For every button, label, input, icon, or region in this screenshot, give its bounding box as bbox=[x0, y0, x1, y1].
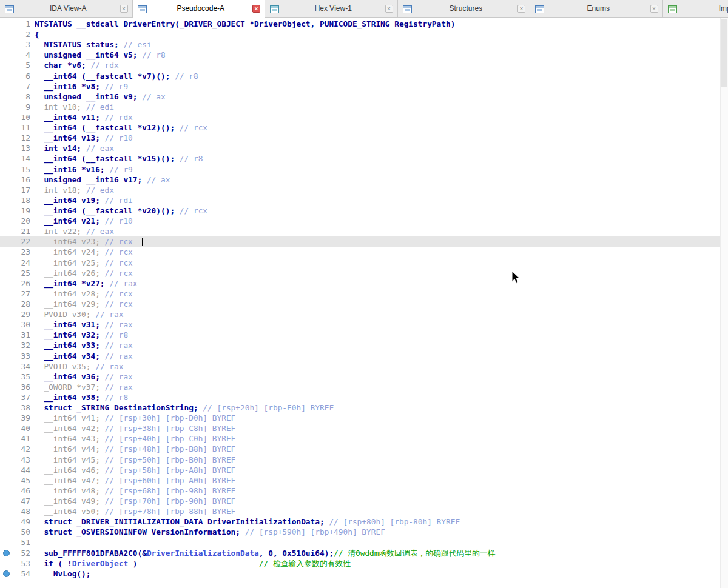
tab-ida-view-a[interactable]: IDA View-A × bbox=[0, 0, 133, 18]
code-line[interactable]: 15 __int16 *v16; // r9 bbox=[0, 164, 720, 175]
code-text: __int64 v46; // [rsp+58h] [rbp-A8h] BYRE… bbox=[30, 465, 235, 475]
line-number: 45 bbox=[12, 475, 30, 486]
code-line[interactable]: 3 NTSTATUS status; // esi bbox=[0, 39, 720, 50]
code-line[interactable]: 17 int v18; // edx bbox=[0, 185, 720, 195]
tab-label: Pseudocode-A bbox=[149, 4, 253, 13]
code-line[interactable]: 16 unsigned __int16 v17; // ax bbox=[0, 175, 720, 185]
tab-pseudocode-a[interactable]: Pseudocode-A × bbox=[133, 0, 266, 18]
code-line[interactable]: 18 __int64 v19; // rdi bbox=[0, 195, 720, 205]
code-line[interactable]: 25 __int64 v26; // rcx bbox=[0, 268, 720, 278]
code-segment: __int64 v49; bbox=[35, 496, 105, 506]
scrollbar-thumb[interactable] bbox=[721, 19, 727, 87]
code-line[interactable]: 38 struct _STRING DestinationString; // … bbox=[0, 403, 720, 413]
code-line[interactable]: 41 __int64 v43; // [rsp+40h] [rbp-C0h] B… bbox=[0, 433, 720, 444]
code-line[interactable]: 35 __int64 v36; // rax bbox=[0, 372, 720, 382]
code-segment: // [rsp+68h] [rbp-98h] BYREF bbox=[105, 486, 236, 495]
gutter-marker bbox=[0, 299, 12, 309]
code-text: __int64 v43; // [rsp+40h] [rbp-C0h] BYRE… bbox=[30, 433, 235, 444]
code-line[interactable]: 5 char *v6; // rdx bbox=[0, 60, 720, 70]
code-line[interactable]: 28 __int64 v29; // rcx bbox=[0, 299, 720, 309]
code-line[interactable]: 33 __int64 v34; // rax bbox=[0, 351, 720, 361]
code-line[interactable]: 13 int v14; // eax bbox=[0, 143, 720, 153]
code-line[interactable]: 40 __int64 v42; // [rsp+38h] [rbp-C8h] B… bbox=[0, 423, 720, 433]
gutter-marker bbox=[0, 50, 12, 60]
code-segment: // rcx bbox=[105, 299, 133, 309]
code-line[interactable]: 23 __int64 v24; // rcx bbox=[0, 247, 720, 257]
code-line[interactable]: 48 __int64 v50; // [rsp+78h] [rbp-88h] B… bbox=[0, 506, 720, 516]
tab-hex-view-1[interactable]: Hex View-1 × bbox=[265, 0, 398, 18]
code-line[interactable]: 27 __int64 v28; // rcx bbox=[0, 289, 720, 299]
code-segment: // r8 bbox=[175, 72, 198, 81]
code-line[interactable]: 19 __int64 (__fastcall *v20)(); // rcx bbox=[0, 205, 720, 216]
code-line[interactable]: 36 _OWORD *v37; // rax bbox=[0, 382, 720, 392]
code-line[interactable]: 21 int v22; // eax bbox=[0, 226, 720, 236]
tab-close-button[interactable]: × bbox=[517, 5, 525, 13]
line-number: 20 bbox=[12, 216, 30, 226]
line-number: 5 bbox=[12, 60, 30, 70]
code-segment: PVOID v30; bbox=[35, 310, 95, 319]
code-line[interactable]: 51 bbox=[0, 537, 720, 547]
code-line[interactable]: 2{ bbox=[0, 29, 720, 39]
code-text: __int64 v50; // [rsp+78h] [rbp-88h] BYRE… bbox=[30, 506, 235, 516]
vertical-scrollbar[interactable] bbox=[720, 18, 728, 588]
code-line[interactable]: 11 __int64 (__fastcall *v12)(); // rcx bbox=[0, 122, 720, 133]
code-text: __int64 v21; // r10 bbox=[30, 216, 133, 226]
code-segment: // r9 bbox=[109, 165, 133, 174]
code-line[interactable]: 47 __int64 v49; // [rsp+70h] [rbp-90h] B… bbox=[0, 496, 720, 506]
code-segment: // esi bbox=[123, 40, 151, 49]
tab-close-button[interactable]: × bbox=[385, 5, 393, 13]
code-line[interactable]: 42 __int64 v44; // [rsp+48h] [rbp-B8h] B… bbox=[0, 444, 720, 454]
code-text: int v22; // eax bbox=[30, 226, 114, 236]
code-line[interactable]: 53 if ( !DriverObject ) // 检查输入参数的有效性 bbox=[0, 558, 720, 569]
code-line[interactable]: 14 __int64 (__fastcall *v15)(); // r8 bbox=[0, 153, 720, 164]
code-segment: // rax bbox=[105, 372, 133, 381]
code-line[interactable]: 39 __int64 v41; // [rsp+30h] [rbp-D0h] B… bbox=[0, 413, 720, 423]
code-line[interactable]: 44 __int64 v46; // [rsp+58h] [rbp-A8h] B… bbox=[0, 465, 720, 475]
tab-close-button[interactable]: × bbox=[650, 5, 658, 13]
code-line[interactable]: 6 __int64 (__fastcall *v7)(); // r8 bbox=[0, 71, 720, 81]
code-line[interactable]: 24 __int64 v25; // rcx bbox=[0, 258, 720, 268]
tab-close-button[interactable]: × bbox=[120, 5, 128, 13]
tab-bar: IDA View-A × Pseudocode-A × Hex View-1 bbox=[0, 0, 728, 18]
gutter-marker bbox=[0, 268, 12, 278]
code-segment: __int64 v48; bbox=[35, 486, 105, 495]
code-line[interactable]: 1NTSTATUS __stdcall DriverEntry(_DRIVER_… bbox=[0, 19, 720, 29]
code-line[interactable]: 4 unsigned __int64 v5; // r8 bbox=[0, 50, 720, 60]
code-line[interactable]: 43 __int64 v45; // [rsp+50h] [rbp-B0h] B… bbox=[0, 455, 720, 465]
code-line[interactable]: 9 int v10; // edi bbox=[0, 102, 720, 112]
code-line[interactable]: 26 __int64 *v27; // rax bbox=[0, 278, 720, 289]
code-line[interactable]: 46 __int64 v48; // [rsp+68h] [rbp-98h] B… bbox=[0, 486, 720, 496]
code-segment: // edi bbox=[86, 102, 114, 112]
line-number: 50 bbox=[12, 527, 30, 537]
code-line[interactable]: 45 __int64 v47; // [rsp+60h] [rbp-A0h] B… bbox=[0, 475, 720, 486]
code-line[interactable]: 54 NvLog(); bbox=[0, 569, 720, 579]
code-line[interactable]: 52 sub_FFFFF801DFABA2C0(&DriverInitializ… bbox=[0, 548, 720, 558]
line-number: 54 bbox=[12, 569, 30, 579]
code-text: __int16 *v16; // r9 bbox=[30, 164, 133, 175]
code-line[interactable]: 7 __int16 *v8; // r9 bbox=[0, 81, 720, 92]
code-text: __int64 v49; // [rsp+70h] [rbp-90h] BYRE… bbox=[30, 496, 235, 506]
code-area[interactable]: 1NTSTATUS __stdcall DriverEntry(_DRIVER_… bbox=[0, 18, 720, 588]
code-line[interactable]: 8 unsigned __int16 v9; // ax bbox=[0, 92, 720, 102]
code-segment: // r8 bbox=[180, 154, 203, 163]
tab-enums[interactable]: Enums × bbox=[530, 0, 663, 18]
code-line[interactable]: 12 __int64 v13; // r10 bbox=[0, 133, 720, 143]
tab-structures[interactable]: Structures × bbox=[398, 0, 531, 18]
code-line[interactable]: 37 __int64 v38; // r8 bbox=[0, 392, 720, 403]
line-number: 9 bbox=[12, 102, 30, 112]
tab-imports[interactable]: Imports × bbox=[663, 0, 728, 18]
code-line[interactable]: 30 __int64 v31; // rax bbox=[0, 319, 720, 330]
code-line[interactable]: 32 __int64 v33; // rax bbox=[0, 340, 720, 350]
code-line[interactable]: 10 __int64 v11; // rdx bbox=[0, 112, 720, 122]
code-segment: __int64 v13; bbox=[35, 133, 105, 142]
code-line[interactable]: 31 __int64 v32; // r8 bbox=[0, 330, 720, 340]
code-line[interactable]: 49 struct _DRIVER_INITIALIZATION_DATA Dr… bbox=[0, 516, 720, 527]
code-line[interactable]: 29 PVOID v30; // rax bbox=[0, 309, 720, 319]
code-segment: // [rsp+80h] [rbp-80h] BYREF bbox=[329, 517, 460, 526]
code-text: unsigned __int16 v17; // ax bbox=[30, 175, 170, 185]
code-line[interactable]: 20 __int64 v21; // r10 bbox=[0, 216, 720, 226]
code-line-current[interactable]: 22 __int64 v23; // rcx bbox=[0, 236, 720, 247]
code-line[interactable]: 50 struct _OSVERSIONINFOW VersionInforma… bbox=[0, 527, 720, 537]
tab-close-button[interactable]: × bbox=[252, 5, 260, 13]
code-line[interactable]: 34 PVOID v35; // rax bbox=[0, 361, 720, 372]
